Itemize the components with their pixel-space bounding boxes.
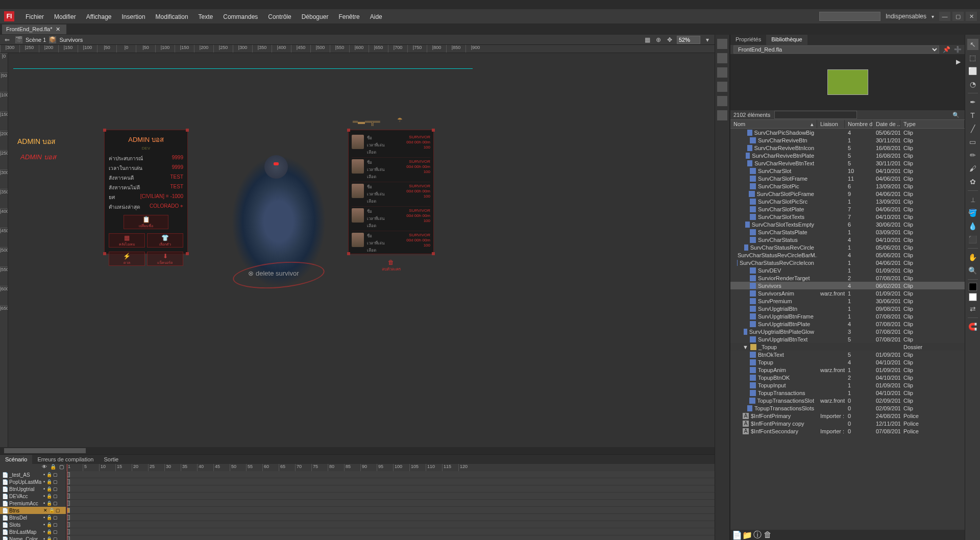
library-row[interactable]: TopupTransactions 1 04/10/201... Clip xyxy=(730,389,965,397)
dock-icon[interactable] xyxy=(717,39,727,49)
column-header[interactable]: Liaison xyxy=(817,120,845,128)
rename-button[interactable]: 📋เปลี่ยนชื่อ xyxy=(124,215,168,229)
panel-tab[interactable]: Bibliothèque xyxy=(766,35,807,45)
workspace-dropdown[interactable]: Indispensables xyxy=(886,13,926,20)
play-preview-icon[interactable]: ▶ xyxy=(956,58,961,65)
library-row[interactable]: SurvCharSlotFrame 11 04/06/201... Clip xyxy=(730,175,965,182)
delete-survivor-button[interactable]: ⊗ delete survivor xyxy=(248,269,299,277)
column-header[interactable]: Nombre d... xyxy=(845,120,873,128)
library-row[interactable]: SurvCharSlotPicFrame 9 04/06/201... Clip xyxy=(730,190,965,198)
layer-row[interactable]: 📄Btns✕ 🔒 ▢ xyxy=(0,507,66,514)
pin-icon[interactable]: 📌 xyxy=(942,45,950,54)
library-row[interactable]: TopupTransactionsSlots 0 02/09/201... Cl… xyxy=(730,404,965,412)
survivor-row[interactable]: ชื่อเวลาที่เล่นเลือด SURVIVOR00d 00h 00m… xyxy=(352,133,430,158)
dock-icon[interactable] xyxy=(717,110,727,120)
subselection-tool[interactable]: ⬚ xyxy=(967,52,978,63)
library-row[interactable]: A$InfFontPrimary Importer :... 0 24/08/2… xyxy=(730,412,965,420)
library-row[interactable]: A$InfFontPrimary copy 0 12/11/201... Pol… xyxy=(730,420,965,427)
line-tool[interactable]: ╱ xyxy=(967,123,978,134)
layer-row[interactable]: 📄BtnUpgtrial• 🔒 ▢ xyxy=(0,485,66,493)
layer-row[interactable]: 📄Slots• 🔒 ▢ xyxy=(0,521,66,528)
library-row[interactable]: BtnOkText 5 01/09/201... Clip xyxy=(730,351,965,358)
canvas[interactable]: ADMIN บอส ADMIN บอส ADMIN บอส DEV ค่าประ… xyxy=(8,53,715,447)
duel-button[interactable]: ⚡ดวล xyxy=(109,252,145,266)
library-row[interactable]: TopupAnim warz.front... 1 01/09/201... C… xyxy=(730,366,965,374)
breadcrumb-symbol[interactable]: Survivors xyxy=(59,37,83,43)
horizontal-scrollbar[interactable] xyxy=(0,447,715,454)
maximize-button[interactable]: ▢ xyxy=(952,12,964,21)
paint-bucket-tool[interactable]: 🪣 xyxy=(967,207,978,218)
layer-row[interactable]: 📄_test_AS• 🔒 ▢ xyxy=(0,471,66,478)
library-row[interactable]: SurvDEV 1 01/09/201... Clip xyxy=(730,266,965,274)
stage-tool-icon[interactable]: ✥ xyxy=(666,36,674,44)
zoom-dropdown-icon[interactable]: ▾ xyxy=(703,36,712,44)
dock-icon[interactable] xyxy=(717,67,727,78)
library-row[interactable]: SurvCharStatusRevCircleIcon 1 04/06/201.… xyxy=(730,259,965,266)
selection-tool[interactable]: ↖ xyxy=(967,39,978,50)
library-row[interactable]: TopupTransactionsSlot warz.front... 0 02… xyxy=(730,397,965,404)
timeline-tab[interactable]: Erreurs de compilation xyxy=(32,455,99,464)
library-row[interactable]: SurviorRenderTarget 2 07/08/201... Clip xyxy=(730,274,965,282)
library-row[interactable]: SurvCharReviveBtnPlate 5 16/08/201... Cl… xyxy=(730,152,965,159)
document-tab[interactable]: FrontEnd_Red.fla* ✕ xyxy=(2,24,66,34)
library-row[interactable]: SurvCharStatsPlate 1 03/09/201... Clip xyxy=(730,228,965,236)
new-library-icon[interactable]: ➕ xyxy=(953,45,962,54)
stage-tool-icon[interactable]: ▦ xyxy=(643,36,651,44)
menu-item[interactable]: Fenêtre xyxy=(333,11,364,22)
close-button[interactable]: ✕ xyxy=(966,12,977,21)
stroke-swatch[interactable] xyxy=(969,283,977,291)
library-row[interactable]: SurvCharSlotPicSrc 1 13/09/201... Clip xyxy=(730,198,965,205)
survivor-row[interactable]: ชื่อเวลาที่เล่นเลือด SURVIVOR00d 00h 00m… xyxy=(352,231,430,256)
swap-colors-icon[interactable]: ⇄ xyxy=(967,303,978,314)
back-icon[interactable]: ⇐ xyxy=(3,36,11,44)
minimize-button[interactable]: — xyxy=(939,12,950,21)
breadcrumb-scene[interactable]: Scène 1 xyxy=(26,37,46,43)
deco-tool[interactable]: ✿ xyxy=(967,176,978,187)
pencil-tool[interactable]: ✏ xyxy=(967,150,978,161)
library-row[interactable]: SurvUpgtrialBtnPlate 4 07/08/201... Clip xyxy=(730,320,965,328)
layer-row[interactable]: 📄BtnsDel• 🔒 ▢ xyxy=(0,514,66,521)
library-row[interactable]: SurvCharSlotPic 6 13/09/201... Clip xyxy=(730,182,965,190)
inventory-button[interactable]: ▦คลังไอเทม xyxy=(109,233,145,248)
dock-icon[interactable] xyxy=(717,96,727,106)
library-row[interactable]: A$InfFontSecondary Importer :... 0 07/08… xyxy=(730,427,965,435)
delete-icon[interactable]: 🗑 xyxy=(764,531,771,538)
eraser-tool[interactable]: ⬛ xyxy=(967,234,978,245)
library-row[interactable]: SurvCharStatusRevCircle 1 05/06/201... C… xyxy=(730,243,965,251)
library-search[interactable] xyxy=(774,111,857,119)
lock-icon[interactable]: 🔒 xyxy=(50,464,56,471)
column-header[interactable]: Nom ▴ xyxy=(730,120,817,128)
menu-item[interactable]: Contrôle xyxy=(263,11,296,22)
menu-item[interactable]: Texte xyxy=(193,11,218,22)
library-row[interactable]: SurvCharSlotTextsEmpty 6 30/06/201... Cl… xyxy=(730,220,965,228)
dock-icon[interactable] xyxy=(717,53,727,63)
library-row[interactable]: SurvUpgtrialBtnPlateGlow 3 07/08/201... … xyxy=(730,328,965,335)
layer-row[interactable]: 📄PremiumAcc• 🔒 ▢ xyxy=(0,500,66,507)
library-list[interactable]: SurvCharPicShadowBig 4 05/06/201... Clip… xyxy=(730,129,965,530)
library-row[interactable]: SurvCharReviveBtnIcon 5 16/08/201... Cli… xyxy=(730,144,965,152)
library-row[interactable]: ▼ _Topup Dossier xyxy=(730,343,965,351)
menu-item[interactable]: Fichier xyxy=(20,11,49,22)
survivor-row[interactable]: ชื่อเวลาที่เล่นเลือด SURVIVOR00d 00h 00m… xyxy=(352,182,430,207)
library-row[interactable]: SurvUpgtrialBtn 1 09/08/201... Clip xyxy=(730,305,965,312)
free-transform-tool[interactable]: ⬜ xyxy=(967,65,978,77)
timeline-tab[interactable]: Sortie xyxy=(99,455,124,464)
brush-tool[interactable]: 🖌 xyxy=(967,163,978,174)
lasso-tool[interactable]: ◔ xyxy=(967,79,978,90)
zoom-tool[interactable]: 🔍 xyxy=(967,265,978,276)
dock-icon[interactable] xyxy=(717,82,727,92)
menu-item[interactable]: Modifier xyxy=(49,11,81,22)
library-row[interactable]: Survivors 4 06/02/201... Clip xyxy=(730,282,965,289)
survivor-row[interactable]: ชื่อเวลาที่เล่นเลือด SURVIVOR00d 00h 00m… xyxy=(352,158,430,182)
library-row[interactable]: SurvCharSlotPlate 7 04/06/201... Clip xyxy=(730,205,965,213)
backboard-button[interactable]: ⬇แบ็คบอร์ด xyxy=(147,252,183,266)
library-row[interactable]: SurvCharStatusRevCircleBarM... 4 05/06/2… xyxy=(730,251,965,259)
delete-character-button[interactable]: 🗑 ลบตัวละคร xyxy=(352,259,430,273)
menu-item[interactable]: Déboguer xyxy=(297,11,334,22)
library-row[interactable]: SurvCharStatus 4 04/10/201... Clip xyxy=(730,236,965,243)
menu-item[interactable]: Affichage xyxy=(81,11,117,22)
library-row[interactable]: SurvCharPicShadowBig 4 05/06/201... Clip xyxy=(730,129,965,136)
menu-item[interactable]: Commandes xyxy=(218,11,263,22)
column-header[interactable]: Type xyxy=(900,120,965,128)
library-row[interactable]: SurvivorsAnim warz.front... 1 01/09/201.… xyxy=(730,289,965,297)
